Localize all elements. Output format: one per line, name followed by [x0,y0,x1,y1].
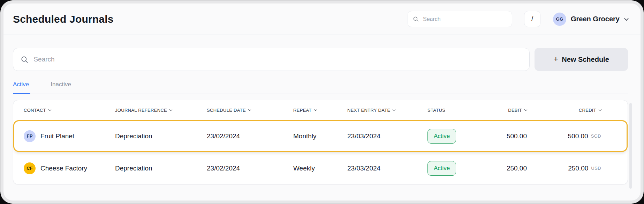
contact-avatar: CF [24,162,36,174]
column-header-next-entry-date[interactable]: NEXT ENTRY DATE [347,108,427,113]
chevron-down-icon [314,108,317,111]
contact-cell: FP Fruit Planet [13,130,115,142]
search-icon [21,56,28,64]
repeat-cell: Monthly [293,132,347,140]
global-search-input[interactable] [422,16,507,23]
scrollbar[interactable] [629,103,632,189]
schedule-date-cell: 23/02/2024 [207,165,293,172]
scheduled-journals-table: CONTACT JOURNAL REFERENCE SCHEDULE DATE … [13,100,628,184]
chevron-down-icon [393,108,395,111]
credit-cell: 500.00 SGD [527,132,628,140]
schedule-date-cell: 23/02/2024 [207,132,293,140]
currency-label: SGD [591,133,601,139]
table-row-cheese-factory[interactable]: CF Cheese Factory Depreciation 23/02/202… [13,152,628,184]
tab-active[interactable]: Active [13,81,29,94]
table-row-fruit-planet[interactable]: FP Fruit Planet Depreciation 23/02/2024 … [13,120,628,152]
contact-name: Cheese Factory [40,165,87,172]
toolbar: + New Schedule [13,48,628,71]
table-search-input[interactable] [33,55,522,64]
chevron-down-icon [48,108,51,111]
column-header-status: STATUS [427,108,492,113]
contact-cell: CF Cheese Factory [13,162,115,174]
next-entry-date-cell: 23/03/2024 [347,132,427,140]
content: + New Schedule Active Inactive CONTACT J… [3,35,641,184]
app-window: Scheduled Journals / GG Green Grocery [3,3,641,201]
debit-cell: 250.00 [492,165,527,172]
global-search[interactable] [408,11,512,27]
status-badge: Active [427,161,456,176]
page-title: Scheduled Journals [13,13,114,25]
journal-reference-cell: Depreciation [115,165,207,172]
credit-cell: 250.00 USD [527,165,628,172]
keyboard-shortcut-button[interactable]: / [524,11,540,27]
table-search[interactable] [13,48,530,71]
currency-label: USD [591,166,601,171]
column-header-credit[interactable]: CREDIT [527,108,628,113]
chevron-down-icon [599,108,601,111]
chevron-down-icon [248,108,251,111]
search-icon [413,16,419,22]
status-cell: Active [427,129,492,144]
repeat-cell: Weekly [293,165,347,172]
account-name: Green Grocery [571,15,620,23]
next-entry-date-cell: 23/03/2024 [347,165,427,172]
top-bar: Scheduled Journals / GG Green Grocery [3,3,641,35]
debit-cell: 500.00 [492,132,527,140]
chevron-down-icon [624,16,629,21]
journal-reference-cell: Depreciation [115,132,207,140]
column-header-repeat[interactable]: REPEAT [293,108,347,113]
table-header-row: CONTACT JOURNAL REFERENCE SCHEDULE DATE … [13,100,628,120]
tab-inactive[interactable]: Inactive [51,81,71,94]
contact-avatar: FP [24,130,36,142]
top-bar-right: / GG Green Grocery [408,11,628,27]
new-schedule-button[interactable]: + New Schedule [535,48,628,71]
status-cell: Active [427,161,492,176]
plus-icon: + [553,55,558,63]
account-avatar: GG [553,13,566,26]
new-schedule-label: New Schedule [562,56,609,64]
contact-name: Fruit Planet [40,132,74,140]
column-header-debit[interactable]: DEBIT [492,108,527,113]
column-header-contact[interactable]: CONTACT [13,108,115,113]
chevron-down-icon [169,108,172,111]
account-menu[interactable]: GG Green Grocery [553,13,628,26]
column-header-schedule-date[interactable]: SCHEDULE DATE [207,108,293,113]
status-tabs: Active Inactive [13,81,628,94]
status-badge: Active [427,129,456,144]
column-header-journal-reference[interactable]: JOURNAL REFERENCE [115,108,207,113]
